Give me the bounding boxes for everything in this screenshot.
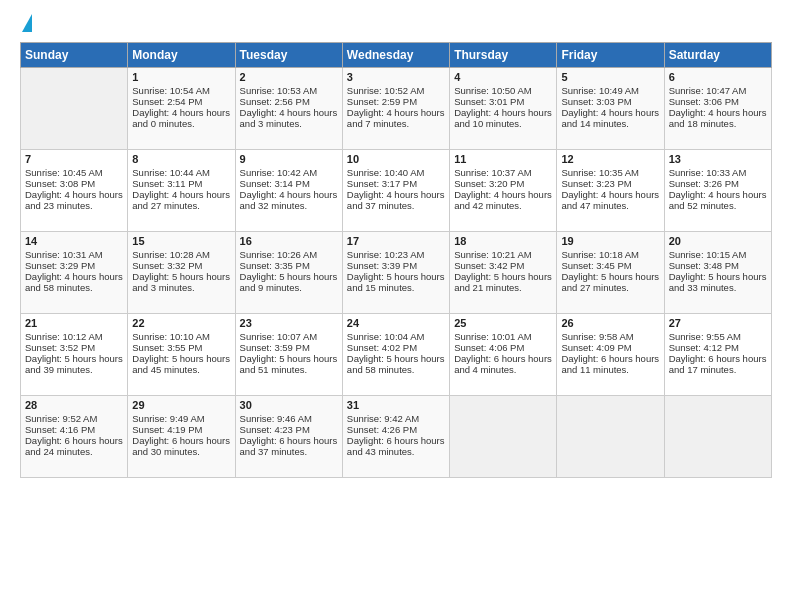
calendar-cell: 20Sunrise: 10:15 AMSunset: 3:48 PMDaylig… bbox=[664, 232, 771, 314]
sunrise-text: Sunrise: 10:15 AM bbox=[669, 249, 767, 260]
day-number: 22 bbox=[132, 317, 230, 329]
sunset-text: Sunset: 3:23 PM bbox=[561, 178, 659, 189]
sunset-text: Sunset: 3:29 PM bbox=[25, 260, 123, 271]
daylight-text-2: and 52 minutes. bbox=[669, 200, 767, 211]
day-number: 26 bbox=[561, 317, 659, 329]
daylight-text-2: and 27 minutes. bbox=[132, 200, 230, 211]
daylight-text: Daylight: 5 hours hours bbox=[25, 353, 123, 364]
sunset-text: Sunset: 3:01 PM bbox=[454, 96, 552, 107]
daylight-text-2: and 3 minutes. bbox=[240, 118, 338, 129]
day-number: 21 bbox=[25, 317, 123, 329]
sunrise-text: Sunrise: 10:28 AM bbox=[132, 249, 230, 260]
daylight-text-2: and 43 minutes. bbox=[347, 446, 445, 457]
daylight-text-2: and 11 minutes. bbox=[561, 364, 659, 375]
sunset-text: Sunset: 3:52 PM bbox=[25, 342, 123, 353]
calendar-cell bbox=[21, 68, 128, 150]
daylight-text: Daylight: 5 hours hours bbox=[347, 353, 445, 364]
day-number: 9 bbox=[240, 153, 338, 165]
day-number: 27 bbox=[669, 317, 767, 329]
daylight-text-2: and 58 minutes. bbox=[25, 282, 123, 293]
sunrise-text: Sunrise: 10:10 AM bbox=[132, 331, 230, 342]
day-number: 12 bbox=[561, 153, 659, 165]
calendar-cell: 29Sunrise: 9:49 AMSunset: 4:19 PMDayligh… bbox=[128, 396, 235, 478]
sunrise-text: Sunrise: 10:49 AM bbox=[561, 85, 659, 96]
daylight-text: Daylight: 4 hours hours bbox=[240, 189, 338, 200]
sunset-text: Sunset: 4:12 PM bbox=[669, 342, 767, 353]
sunrise-text: Sunrise: 10:21 AM bbox=[454, 249, 552, 260]
daylight-text-2: and 10 minutes. bbox=[454, 118, 552, 129]
daylight-text-2: and 42 minutes. bbox=[454, 200, 552, 211]
weekday-header-friday: Friday bbox=[557, 43, 664, 68]
daylight-text: Daylight: 5 hours hours bbox=[240, 353, 338, 364]
sunset-text: Sunset: 3:39 PM bbox=[347, 260, 445, 271]
sunset-text: Sunset: 2:59 PM bbox=[347, 96, 445, 107]
weekday-header-tuesday: Tuesday bbox=[235, 43, 342, 68]
daylight-text-2: and 51 minutes. bbox=[240, 364, 338, 375]
calendar-cell: 1Sunrise: 10:54 AMSunset: 2:54 PMDayligh… bbox=[128, 68, 235, 150]
sunrise-text: Sunrise: 10:40 AM bbox=[347, 167, 445, 178]
sunrise-text: Sunrise: 9:52 AM bbox=[25, 413, 123, 424]
sunset-text: Sunset: 4:19 PM bbox=[132, 424, 230, 435]
sunset-text: Sunset: 3:03 PM bbox=[561, 96, 659, 107]
sunrise-text: Sunrise: 10:07 AM bbox=[240, 331, 338, 342]
sunset-text: Sunset: 2:56 PM bbox=[240, 96, 338, 107]
daylight-text: Daylight: 4 hours hours bbox=[347, 189, 445, 200]
day-number: 4 bbox=[454, 71, 552, 83]
calendar-cell: 12Sunrise: 10:35 AMSunset: 3:23 PMDaylig… bbox=[557, 150, 664, 232]
day-number: 8 bbox=[132, 153, 230, 165]
sunset-text: Sunset: 4:02 PM bbox=[347, 342, 445, 353]
sunset-text: Sunset: 3:08 PM bbox=[25, 178, 123, 189]
daylight-text: Daylight: 6 hours hours bbox=[561, 353, 659, 364]
day-number: 10 bbox=[347, 153, 445, 165]
sunset-text: Sunset: 3:55 PM bbox=[132, 342, 230, 353]
sunrise-text: Sunrise: 9:58 AM bbox=[561, 331, 659, 342]
header bbox=[20, 16, 772, 34]
daylight-text: Daylight: 6 hours hours bbox=[669, 353, 767, 364]
sunset-text: Sunset: 2:54 PM bbox=[132, 96, 230, 107]
daylight-text: Daylight: 5 hours hours bbox=[132, 353, 230, 364]
daylight-text-2: and 45 minutes. bbox=[132, 364, 230, 375]
daylight-text-2: and 9 minutes. bbox=[240, 282, 338, 293]
sunset-text: Sunset: 4:26 PM bbox=[347, 424, 445, 435]
daylight-text: Daylight: 5 hours hours bbox=[240, 271, 338, 282]
calendar-cell: 6Sunrise: 10:47 AMSunset: 3:06 PMDayligh… bbox=[664, 68, 771, 150]
daylight-text: Daylight: 4 hours hours bbox=[669, 189, 767, 200]
sunset-text: Sunset: 3:06 PM bbox=[669, 96, 767, 107]
calendar-cell: 30Sunrise: 9:46 AMSunset: 4:23 PMDayligh… bbox=[235, 396, 342, 478]
weekday-header-row: SundayMondayTuesdayWednesdayThursdayFrid… bbox=[21, 43, 772, 68]
calendar-week-row: 7Sunrise: 10:45 AMSunset: 3:08 PMDayligh… bbox=[21, 150, 772, 232]
calendar-cell: 16Sunrise: 10:26 AMSunset: 3:35 PMDaylig… bbox=[235, 232, 342, 314]
daylight-text: Daylight: 6 hours hours bbox=[347, 435, 445, 446]
sunrise-text: Sunrise: 10:31 AM bbox=[25, 249, 123, 260]
day-number: 31 bbox=[347, 399, 445, 411]
calendar-cell: 18Sunrise: 10:21 AMSunset: 3:42 PMDaylig… bbox=[450, 232, 557, 314]
day-number: 24 bbox=[347, 317, 445, 329]
sunrise-text: Sunrise: 9:55 AM bbox=[669, 331, 767, 342]
calendar-cell: 14Sunrise: 10:31 AMSunset: 3:29 PMDaylig… bbox=[21, 232, 128, 314]
calendar-cell: 19Sunrise: 10:18 AMSunset: 3:45 PMDaylig… bbox=[557, 232, 664, 314]
daylight-text: Daylight: 4 hours hours bbox=[561, 189, 659, 200]
daylight-text: Daylight: 5 hours hours bbox=[561, 271, 659, 282]
sunrise-text: Sunrise: 9:49 AM bbox=[132, 413, 230, 424]
day-number: 30 bbox=[240, 399, 338, 411]
sunrise-text: Sunrise: 10:42 AM bbox=[240, 167, 338, 178]
sunset-text: Sunset: 3:35 PM bbox=[240, 260, 338, 271]
weekday-header-saturday: Saturday bbox=[664, 43, 771, 68]
day-number: 5 bbox=[561, 71, 659, 83]
weekday-header-thursday: Thursday bbox=[450, 43, 557, 68]
daylight-text: Daylight: 5 hours hours bbox=[347, 271, 445, 282]
sunrise-text: Sunrise: 10:23 AM bbox=[347, 249, 445, 260]
sunset-text: Sunset: 3:45 PM bbox=[561, 260, 659, 271]
day-number: 16 bbox=[240, 235, 338, 247]
calendar-cell: 3Sunrise: 10:52 AMSunset: 2:59 PMDayligh… bbox=[342, 68, 449, 150]
sunrise-text: Sunrise: 10:04 AM bbox=[347, 331, 445, 342]
day-number: 18 bbox=[454, 235, 552, 247]
sunset-text: Sunset: 4:23 PM bbox=[240, 424, 338, 435]
calendar-cell: 26Sunrise: 9:58 AMSunset: 4:09 PMDayligh… bbox=[557, 314, 664, 396]
sunrise-text: Sunrise: 10:53 AM bbox=[240, 85, 338, 96]
day-number: 28 bbox=[25, 399, 123, 411]
daylight-text: Daylight: 5 hours hours bbox=[454, 271, 552, 282]
calendar-cell bbox=[664, 396, 771, 478]
calendar-cell bbox=[450, 396, 557, 478]
daylight-text-2: and 37 minutes. bbox=[347, 200, 445, 211]
